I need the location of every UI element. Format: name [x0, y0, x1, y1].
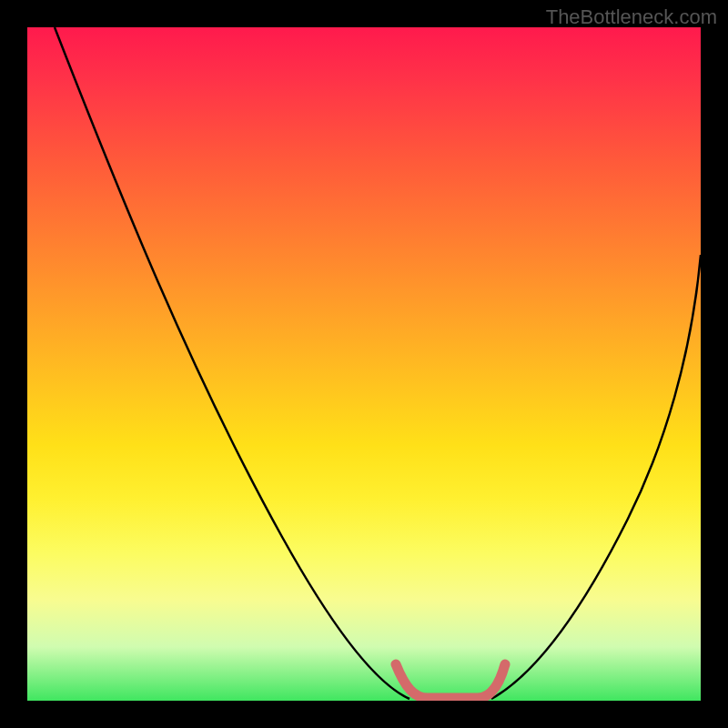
bottleneck-curve-left	[55, 27, 410, 699]
watermark-text: TheBottleneck.com	[546, 5, 717, 29]
chart-svg	[27, 27, 701, 701]
bottleneck-curve-right	[491, 255, 701, 699]
plot-area	[27, 27, 701, 701]
optimal-range-marker	[396, 664, 505, 698]
